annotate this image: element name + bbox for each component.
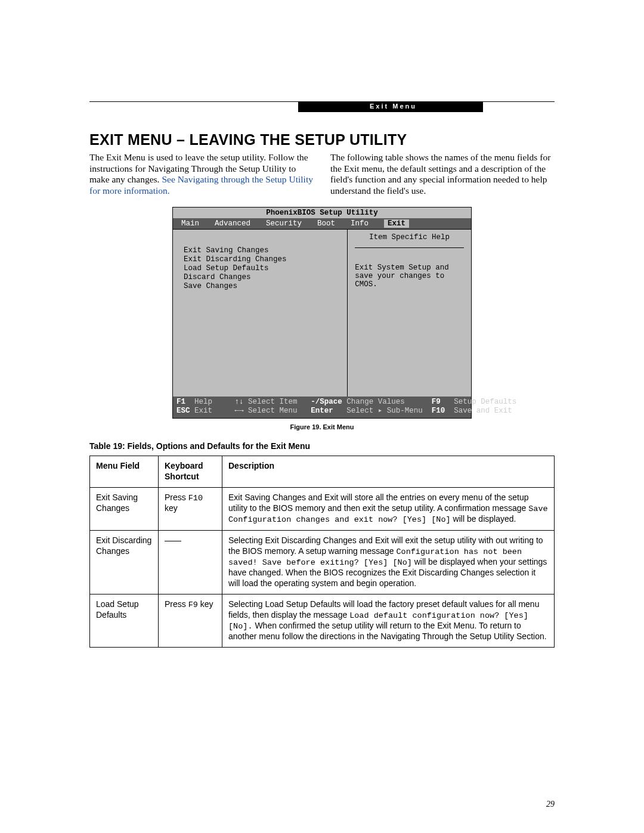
cell-description: Selecting Load Setup Defaults will load … bbox=[222, 594, 555, 647]
bios-help-title: Item Specific Help bbox=[355, 233, 464, 248]
intro-left: The Exit Menu is used to leave the setup… bbox=[89, 152, 314, 196]
fields-table: Menu Field Keyboard Shortcut Description… bbox=[89, 456, 555, 648]
table-title: Table 19: Fields, Options and Defaults f… bbox=[89, 441, 555, 451]
page-title: EXIT MENU – LEAVING THE SETUP UTILITY bbox=[89, 131, 555, 148]
cell-field: Load Setup Defaults bbox=[90, 594, 159, 647]
bios-help-body: Exit System Setup and save your changes … bbox=[355, 264, 464, 289]
figure-caption: Figure 19. Exit Menu bbox=[89, 423, 555, 431]
cell-description: Exit Saving Changes and Exit will store … bbox=[222, 488, 555, 530]
th-shortcut: Keyboard Shortcut bbox=[159, 456, 222, 488]
table-row: Exit Discarding Changes——Selecting Exit … bbox=[90, 530, 555, 594]
bios-item: Exit Discarding Changes bbox=[184, 255, 347, 264]
header-section-label: Exit Menu bbox=[298, 101, 483, 112]
bios-item: Exit Saving Changes bbox=[184, 246, 347, 255]
cell-field: Exit Discarding Changes bbox=[90, 530, 159, 594]
cell-shortcut: —— bbox=[159, 530, 222, 594]
table-row: Exit Saving ChangesPress F10 keyExit Sav… bbox=[90, 488, 555, 530]
bios-help-panel: Item Specific Help Exit System Setup and… bbox=[348, 230, 471, 397]
bios-tab-advanced: Advanced bbox=[215, 219, 250, 228]
bios-screenshot: PhoenixBIOS Setup Utility Main Advanced … bbox=[172, 207, 472, 419]
cell-shortcut: Press F9 key bbox=[159, 594, 222, 647]
cell-shortcut: Press F10 key bbox=[159, 488, 222, 530]
cell-description: Selecting Exit Discarding Changes and Ex… bbox=[222, 530, 555, 594]
bios-menu-items: Exit Saving Changes Exit Discarding Chan… bbox=[173, 230, 348, 397]
th-description: Description bbox=[222, 456, 555, 488]
table-row: Load Setup DefaultsPress F9 keySelecting… bbox=[90, 594, 555, 647]
bios-tab-main: Main bbox=[181, 219, 199, 228]
intro-columns: The Exit Menu is used to leave the setup… bbox=[89, 152, 555, 196]
bios-item: Discard Changes bbox=[184, 273, 347, 281]
page-number: 29 bbox=[546, 800, 555, 809]
intro-right: The following table shows the names of t… bbox=[330, 152, 555, 196]
bios-footer: F1 Help ↑↓ Select Item -/Space Change Va… bbox=[173, 397, 471, 418]
cell-field: Exit Saving Changes bbox=[90, 488, 159, 530]
bios-tab-boot: Boot bbox=[317, 219, 335, 228]
bios-tab-security: Security bbox=[266, 219, 302, 228]
th-menu-field: Menu Field bbox=[90, 456, 159, 488]
bios-tab-info: Info bbox=[351, 219, 369, 228]
bios-tabs: Main Advanced Security Boot Info Exit bbox=[173, 218, 471, 229]
bios-tab-exit: Exit bbox=[384, 219, 409, 228]
bios-item: Load Setup Defaults bbox=[184, 264, 347, 272]
bios-item: Save Changes bbox=[184, 282, 347, 290]
bios-title: PhoenixBIOS Setup Utility bbox=[173, 208, 471, 218]
